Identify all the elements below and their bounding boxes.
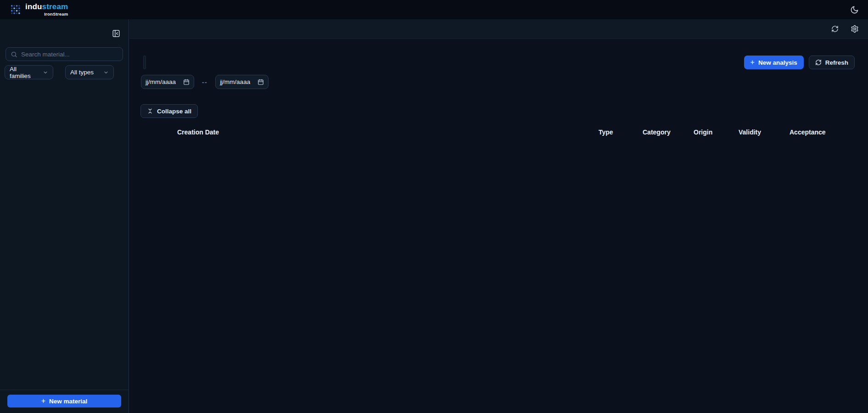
refresh-icon[interactable] <box>831 25 839 33</box>
types-filter-value: All types <box>70 69 94 76</box>
sidebar: All families All types + New material <box>0 19 129 413</box>
search-material-box[interactable] <box>6 47 123 61</box>
main-content: + New analysis Refresh jj/mm/aaaa -- jj/… <box>129 39 868 413</box>
collapse-all-button[interactable]: Collapse all <box>140 104 198 118</box>
plus-icon: + <box>41 397 45 405</box>
search-material-input[interactable] <box>21 51 118 58</box>
types-filter-select[interactable]: All types <box>65 65 114 79</box>
column-type: Type <box>599 126 613 139</box>
date-to-input[interactable]: jj/mm/aaaa <box>215 75 269 89</box>
date-from-input[interactable]: jj/mm/aaaa <box>141 75 194 89</box>
filters-row: jj/mm/aaaa -- jj/mm/aaaa <box>141 75 269 89</box>
refresh-button[interactable]: Refresh <box>809 56 855 69</box>
column-acceptance: Acceptance <box>790 126 826 139</box>
brand-wordmark: industream <box>25 2 68 11</box>
date-to-placeholder: jj/mm/aaaa <box>220 78 250 85</box>
new-material-button[interactable]: + New material <box>7 395 121 407</box>
main-nav <box>129 19 868 39</box>
new-material-label: New material <box>49 398 87 405</box>
new-analysis-button[interactable]: + New analysis <box>744 56 804 69</box>
grid-logo-icon <box>10 4 21 15</box>
column-validity: Validity <box>739 126 761 139</box>
panel-collapse-icon[interactable] <box>112 29 120 38</box>
app-header: industream IronStream <box>0 0 868 19</box>
chevron-down-icon <box>43 70 48 75</box>
material-list <box>0 79 129 390</box>
search-icon <box>11 51 17 58</box>
date-from-placeholder: jj/mm/aaaa <box>146 78 176 85</box>
moon-icon[interactable] <box>850 6 859 14</box>
app-logo[interactable]: industream IronStream <box>10 3 68 17</box>
families-filter-select[interactable]: All families <box>5 65 53 79</box>
column-origin: Origin <box>694 126 712 139</box>
refresh-icon <box>815 59 822 66</box>
refresh-label: Refresh <box>825 59 848 66</box>
calendar-icon[interactable] <box>258 79 264 85</box>
collapse-all-label: Collapse all <box>157 108 191 115</box>
families-filter-value: All families <box>10 66 39 79</box>
calendar-icon[interactable] <box>183 79 190 85</box>
chevron-down-icon <box>103 70 109 75</box>
column-creation-date: Creation Date <box>177 126 219 139</box>
column-category: Category <box>643 126 671 139</box>
analysis-type-tabs <box>143 56 146 69</box>
brand-subtitle: IronStream <box>25 11 68 17</box>
table-header: Creation Date Type Category Origin Valid… <box>141 126 862 139</box>
date-range-separator: -- <box>202 78 207 86</box>
gear-icon[interactable] <box>851 25 859 33</box>
new-analysis-label: New analysis <box>758 59 797 66</box>
plus-icon: + <box>750 59 755 66</box>
collapse-all-icon <box>147 108 153 114</box>
